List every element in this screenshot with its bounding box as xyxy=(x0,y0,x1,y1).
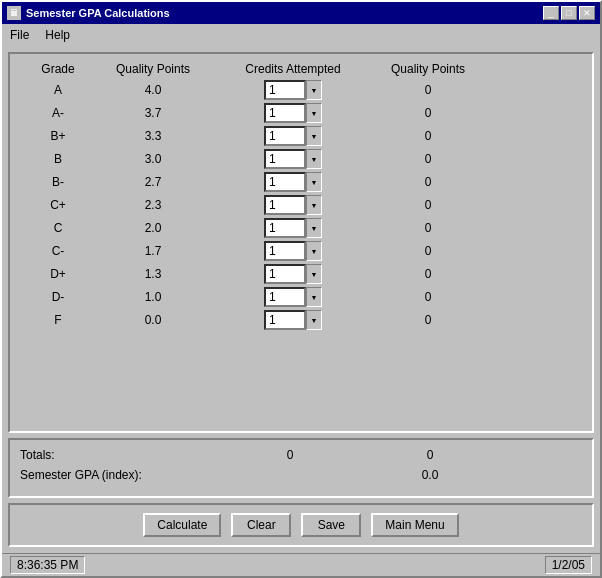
credits-input[interactable] xyxy=(264,80,306,100)
table-row: B- 2.7 ▼ 0 xyxy=(18,172,584,192)
grades-panel: Grade Quality Points Credits Attempted Q… xyxy=(8,52,594,433)
status-date: 1/2/05 xyxy=(545,556,592,574)
clear-button[interactable]: Clear xyxy=(231,513,291,537)
credits-input[interactable] xyxy=(264,264,306,284)
main-content: Grade Quality Points Credits Attempted Q… xyxy=(2,46,600,553)
table-row: C+ 2.3 ▼ 0 xyxy=(18,195,584,215)
quality-points-value: 4.0 xyxy=(98,83,208,97)
grade-label: B+ xyxy=(18,129,98,143)
maximize-button[interactable]: □ xyxy=(561,6,577,20)
status-time: 8:36:35 PM xyxy=(10,556,85,574)
menu-help[interactable]: Help xyxy=(37,26,78,44)
credits-cell: ▼ xyxy=(208,80,378,100)
save-button[interactable]: Save xyxy=(301,513,361,537)
result-quality-points: 0 xyxy=(378,290,478,304)
spinner-down-icon[interactable]: ▼ xyxy=(306,218,322,238)
col-result-quality-points: Quality Points xyxy=(378,62,478,76)
quality-points-value: 3.3 xyxy=(98,129,208,143)
gpa-value: 0.0 xyxy=(390,468,470,482)
main-window: 🖩 Semester GPA Calculations _ □ ✕ File H… xyxy=(0,0,602,578)
quality-points-value: 3.7 xyxy=(98,106,208,120)
credits-input[interactable] xyxy=(264,126,306,146)
quality-points-value: 1.0 xyxy=(98,290,208,304)
result-quality-points: 0 xyxy=(378,198,478,212)
credits-input[interactable] xyxy=(264,241,306,261)
totals-credits: 0 xyxy=(250,448,330,462)
close-button[interactable]: ✕ xyxy=(579,6,595,20)
window-title: Semester GPA Calculations xyxy=(26,7,170,19)
calculate-button[interactable]: Calculate xyxy=(143,513,221,537)
result-quality-points: 0 xyxy=(378,106,478,120)
totals-panel: Totals: 0 0 Semester GPA (index): 0.0 xyxy=(8,438,594,498)
table-row: F 0.0 ▼ 0 xyxy=(18,310,584,330)
spinner-down-icon[interactable]: ▼ xyxy=(306,310,322,330)
spinner-down-icon[interactable]: ▼ xyxy=(306,126,322,146)
credits-input[interactable] xyxy=(264,149,306,169)
minimize-button[interactable]: _ xyxy=(543,6,559,20)
grade-label: B- xyxy=(18,175,98,189)
credits-input[interactable] xyxy=(264,195,306,215)
table-row: D+ 1.3 ▼ 0 xyxy=(18,264,584,284)
credits-input[interactable] xyxy=(264,287,306,307)
grade-label: C- xyxy=(18,244,98,258)
buttons-panel: Calculate Clear Save Main Menu xyxy=(8,503,594,547)
title-controls: _ □ ✕ xyxy=(543,6,595,20)
credits-cell: ▼ xyxy=(208,195,378,215)
quality-points-value: 2.3 xyxy=(98,198,208,212)
table-row: A- 3.7 ▼ 0 xyxy=(18,103,584,123)
credits-cell: ▼ xyxy=(208,218,378,238)
quality-points-value: 2.0 xyxy=(98,221,208,235)
credits-cell: ▼ xyxy=(208,149,378,169)
col-grade: Grade xyxy=(18,62,98,76)
credits-cell: ▼ xyxy=(208,241,378,261)
spinner-down-icon[interactable]: ▼ xyxy=(306,149,322,169)
table-row: C- 1.7 ▼ 0 xyxy=(18,241,584,261)
status-bar: 8:36:35 PM 1/2/05 xyxy=(2,553,600,576)
grade-label: D+ xyxy=(18,267,98,281)
grades-table-header: Grade Quality Points Credits Attempted Q… xyxy=(18,62,584,76)
window-icon: 🖩 xyxy=(7,6,21,20)
credits-cell: ▼ xyxy=(208,103,378,123)
title-bar: 🖩 Semester GPA Calculations _ □ ✕ xyxy=(2,2,600,24)
credits-cell: ▼ xyxy=(208,264,378,284)
spinner-down-icon[interactable]: ▼ xyxy=(306,80,322,100)
result-quality-points: 0 xyxy=(378,267,478,281)
credits-input[interactable] xyxy=(264,218,306,238)
credits-cell: ▼ xyxy=(208,287,378,307)
credits-cell: ▼ xyxy=(208,310,378,330)
result-quality-points: 0 xyxy=(378,221,478,235)
credits-cell: ▼ xyxy=(208,126,378,146)
table-row: B 3.0 ▼ 0 xyxy=(18,149,584,169)
spinner-down-icon[interactable]: ▼ xyxy=(306,241,322,261)
grade-label: A xyxy=(18,83,98,97)
gpa-label: Semester GPA (index): xyxy=(20,468,250,482)
grade-rows-container: A 4.0 ▼ 0 A- 3.7 ▼ 0 B+ 3.3 ▼ 0 B xyxy=(18,80,584,330)
totals-label: Totals: xyxy=(20,448,250,462)
main-menu-button[interactable]: Main Menu xyxy=(371,513,458,537)
result-quality-points: 0 xyxy=(378,313,478,327)
totals-row: Totals: 0 0 xyxy=(20,448,582,462)
grade-label: C+ xyxy=(18,198,98,212)
quality-points-value: 1.3 xyxy=(98,267,208,281)
credits-input[interactable] xyxy=(264,172,306,192)
result-quality-points: 0 xyxy=(378,152,478,166)
col-credits-attempted: Credits Attempted xyxy=(208,62,378,76)
credits-input[interactable] xyxy=(264,310,306,330)
col-quality-points: Quality Points xyxy=(98,62,208,76)
result-quality-points: 0 xyxy=(378,129,478,143)
credits-input[interactable] xyxy=(264,103,306,123)
table-row: A 4.0 ▼ 0 xyxy=(18,80,584,100)
spinner-down-icon[interactable]: ▼ xyxy=(306,172,322,192)
gpa-row: Semester GPA (index): 0.0 xyxy=(20,468,582,482)
totals-qp: 0 xyxy=(390,448,470,462)
spinner-down-icon[interactable]: ▼ xyxy=(306,195,322,215)
spinner-down-icon[interactable]: ▼ xyxy=(306,264,322,284)
menu-file[interactable]: File xyxy=(2,26,37,44)
quality-points-value: 0.0 xyxy=(98,313,208,327)
credits-cell: ▼ xyxy=(208,172,378,192)
spinner-down-icon[interactable]: ▼ xyxy=(306,287,322,307)
menu-bar: File Help Print Exit xyxy=(2,24,600,46)
spinner-down-icon[interactable]: ▼ xyxy=(306,103,322,123)
quality-points-value: 2.7 xyxy=(98,175,208,189)
grade-label: A- xyxy=(18,106,98,120)
